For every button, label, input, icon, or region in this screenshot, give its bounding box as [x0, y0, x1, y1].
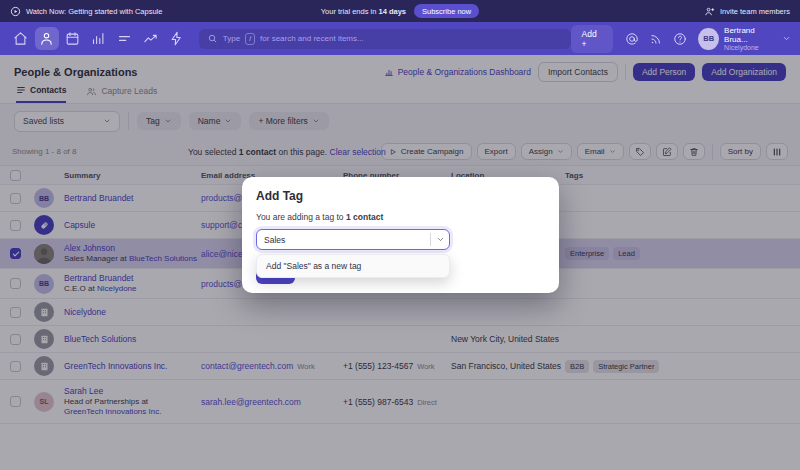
tag-combobox — [256, 229, 450, 250]
add-new-tag-option[interactable]: Add "Sales" as a new tag — [259, 257, 447, 275]
search-input[interactable]: Type / for search and recent items... — [199, 29, 572, 49]
play-icon — [10, 6, 21, 17]
capsule-app: Watch Now: Getting started with Capsule … — [0, 0, 800, 470]
search-icon — [207, 33, 218, 44]
announcement-bar: Watch Now: Getting started with Capsule … — [0, 0, 800, 22]
subscribe-now-button[interactable]: Subscribe now — [414, 4, 479, 18]
user-name: Bertrand Brua... — [724, 26, 777, 44]
people-icon[interactable] — [35, 27, 59, 50]
watch-now-link[interactable]: Watch Now: Getting started with Capsule — [26, 7, 162, 16]
trend-icon[interactable] — [139, 27, 163, 50]
user-menu[interactable]: BB Bertrand Brua... Nicelydone — [698, 26, 791, 52]
modal-body-text: You are adding a tag to 1 contact — [256, 212, 545, 222]
chevron-down-icon — [782, 34, 791, 43]
add-tag-modal: Add Tag You are adding a tag to 1 contac… — [242, 177, 559, 293]
modal-title: Add Tag — [256, 189, 545, 203]
chevron-down-icon[interactable] — [431, 230, 449, 249]
help-icon[interactable] — [670, 28, 691, 50]
person-plus-icon — [704, 6, 715, 17]
user-org: Nicelydone — [724, 44, 777, 52]
tag-input[interactable] — [257, 230, 430, 249]
avatar: BB — [698, 28, 719, 50]
invite-team-members-button[interactable]: Invite team members — [479, 6, 790, 17]
broadcast-icon[interactable] — [646, 28, 667, 50]
bolt-icon[interactable] — [165, 27, 189, 50]
trial-text: Your trial ends in 14 days — [321, 7, 406, 16]
list-icon[interactable] — [113, 27, 137, 50]
main-navbar: Type / for search and recent items... Ad… — [0, 22, 800, 55]
at-icon[interactable] — [622, 28, 643, 50]
home-icon[interactable] — [9, 27, 33, 50]
add-button[interactable]: Add + — [571, 25, 612, 53]
chart-icon[interactable] — [87, 27, 111, 50]
slash-key-hint: / — [245, 33, 255, 45]
calendar-icon[interactable] — [61, 27, 85, 50]
tag-suggestion-dropdown: Add "Sales" as a new tag — [256, 254, 450, 278]
